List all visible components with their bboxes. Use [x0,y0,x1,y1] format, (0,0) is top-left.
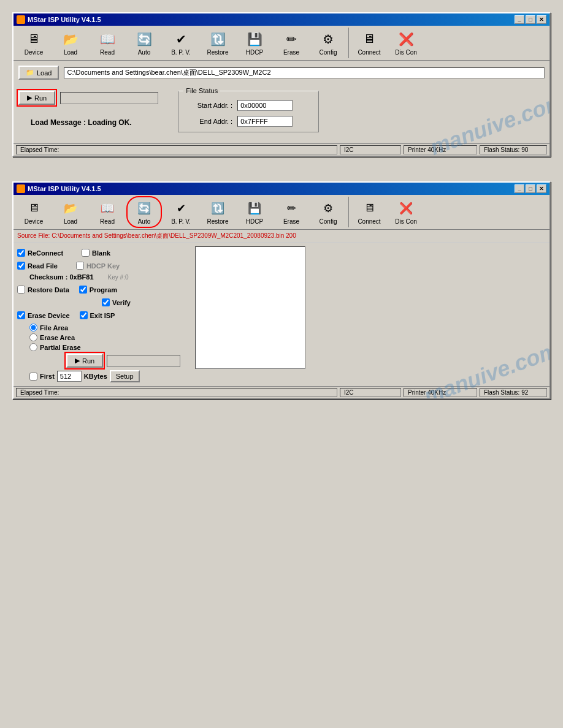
toolbar-read[interactable]: 📖 Read [90,27,125,59]
cb-reconnect: ReConnect [17,249,63,257]
restore-checkbox[interactable] [17,286,25,294]
flash-status1: Flash Status: 90 [480,145,547,154]
toolbar-load[interactable]: 📂 Load [53,27,88,59]
toolbar-read-label: Read [100,49,115,56]
toolbar-discon[interactable]: ❌ Dis Con [388,27,424,59]
restore-label: Restore Data [28,286,69,294]
load-button-label: Load [37,69,52,77]
setup-button[interactable]: Setup [110,370,140,382]
program-label: Program [90,286,117,294]
toolbar2-discon[interactable]: ❌ Dis Con [388,196,424,228]
window1-title: MStar ISP Utility V4.1.5 [28,16,101,23]
radio-filearea: File Area [29,324,189,332]
toolbar-config[interactable]: ⚙ Config [310,27,346,59]
radio-erasearea: Erase Area [29,333,189,341]
run-icon: ▶ [27,94,32,102]
load-button[interactable]: 📁 Load [18,66,59,80]
hdcp-icon2: 💾 [245,200,264,217]
maximize-button2[interactable]: □ [526,184,535,193]
toolbar-bpv-label: B. P. V. [171,49,191,56]
run-button-label: Run [34,94,47,102]
source-file-line: Source File: C:\Documents and Settings\b… [13,230,550,243]
toolbar-device[interactable]: 🖥 Device [16,27,52,59]
toolbar2-restore-label: Restore [207,218,228,225]
setup-label: Setup [116,373,134,380]
cb-verify: Verify [102,298,131,306]
toolbar2-bpv[interactable]: ✔ B. P. V. [163,196,199,228]
toolbar2-config[interactable]: ⚙ Config [310,196,346,228]
row-verify: Verify [102,296,189,309]
exitisp-label: Exit ISP [90,312,115,319]
toolbar2-read[interactable]: 📖 Read [90,196,125,228]
verify-checkbox[interactable] [102,298,110,306]
toolbar-auto[interactable]: 🔄 Auto [126,27,162,59]
cb-hdcpkey: HDCP Key [76,262,120,270]
titlebar2: MStar ISP Utility V4.1.5 _ □ ✕ [13,183,550,195]
hdcpkey-checkbox[interactable] [76,262,84,270]
cb-exitisp: Exit ISP [80,311,115,319]
statusbar2: Elapsed Time: I2C Printer 40KHz Flash St… [13,386,550,398]
toolbar-auto-label: Auto [138,49,151,56]
toolbar2-connect[interactable]: 🖥 Connect [351,196,387,228]
auto-icon: 🔄 [135,31,153,48]
toolbar2-auto[interactable]: 🔄 Auto [126,196,162,228]
end-addr-input[interactable] [237,116,293,127]
filearea-radio[interactable] [29,324,37,332]
reconnect-checkbox[interactable] [17,249,25,257]
load-message: Load Message : Loading OK. [31,118,158,127]
readfile-checkbox[interactable] [17,262,25,270]
load-path-input[interactable] [64,67,545,78]
close-button[interactable]: ✕ [537,15,546,24]
program-checkbox[interactable] [79,286,87,294]
load-row: 📁 Load [18,66,545,80]
toolbar2-connect-label: Connect [358,218,380,225]
toolbar-bpv[interactable]: ✔ B. P. V. [163,27,199,59]
device-icon: 🖥 [25,31,43,48]
toolbar2-restore[interactable]: 🔃 Restore [200,196,236,228]
toolbar2-load[interactable]: 📂 Load [53,196,88,228]
toolbar2-hdcp[interactable]: 💾 HDCP [237,196,272,228]
toolbar-erase[interactable]: ✏ Erase [274,27,309,59]
toolbar-restore[interactable]: 🔃 Restore [200,27,236,59]
close-button2[interactable]: ✕ [537,184,546,193]
toolbar-connect-label: Connect [358,49,380,56]
run-button2[interactable]: ▶ Run [66,354,103,368]
erase-checkbox[interactable] [17,311,25,319]
window1-content: 📁 Load ▶ Run Load Message : Load [13,61,550,143]
exitisp-checkbox[interactable] [80,311,88,319]
toolbar2-device[interactable]: 🖥 Device [16,196,52,228]
toolbar2-erase[interactable]: ✏ Erase [274,196,309,228]
row-readfile: Read File HDCP Key [17,259,189,272]
blank-checkbox[interactable] [82,249,90,257]
first-checkbox[interactable] [29,373,37,381]
start-addr-row: Start Addr. : [183,100,313,111]
minimize-button[interactable]: _ [515,15,524,24]
run-icon2: ▶ [75,357,80,365]
checksum-label: Checksum : 0xBF81 [29,273,94,281]
toolbar2-discon-label: Dis Con [395,218,417,225]
cb-readfile: Read File [17,262,58,270]
cb-restore: Restore Data [17,286,69,294]
toolbar1: 🖥 Device 📂 Load 📖 Read 🔄 Auto ✔ B. P. V.… [13,26,550,61]
start-addr-input[interactable] [237,100,293,111]
toolbar2-device-label: Device [25,218,44,225]
kbytes-input[interactable] [57,371,82,382]
erasearea-radio[interactable] [29,333,37,341]
partialerase-radio[interactable] [29,343,37,351]
elapsed-time2: Elapsed Time: [16,388,337,397]
run-area: ▶ Run [18,91,158,105]
app-icon [17,15,25,24]
maximize-button[interactable]: □ [526,15,535,24]
bpv-icon: ✔ [172,31,190,48]
read-icon: 📖 [98,31,117,48]
run-button[interactable]: ▶ Run [18,91,55,105]
minimize-button2[interactable]: _ [515,184,524,193]
kbytes-label: KBytes [84,373,107,380]
file-status-title: File Status [183,87,220,94]
titlebar-buttons: _ □ ✕ [515,15,546,24]
toolbar-hdcp[interactable]: 💾 HDCP [237,27,272,59]
toolbar-connect[interactable]: 🖥 Connect [351,27,387,59]
toolbar2-bpv-label: B. P. V. [171,218,191,225]
cb-erase: Erase Device [17,311,70,319]
row-erase: Erase Device Exit ISP [17,309,189,322]
